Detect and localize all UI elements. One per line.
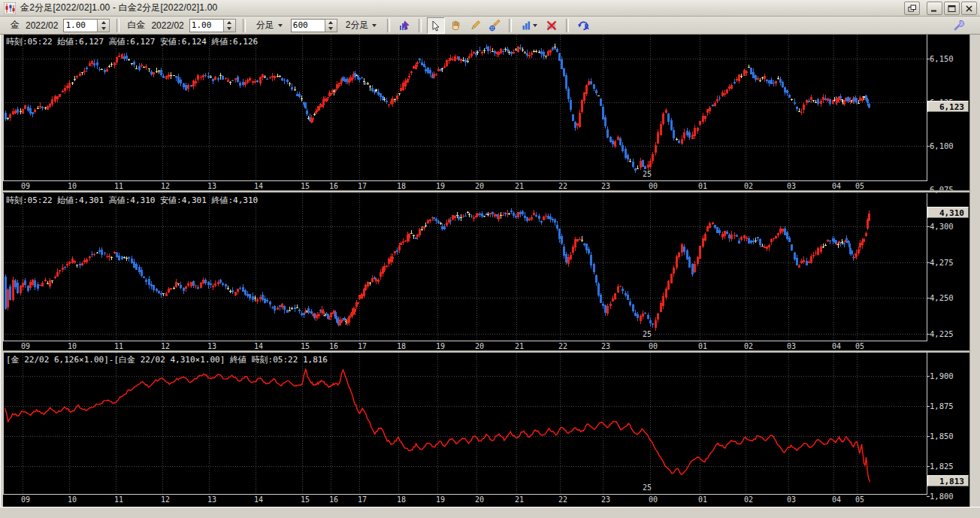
cursor-arrow-icon: [430, 20, 442, 32]
bar-count-input[interactable]: [291, 19, 325, 32]
pan-tool-button[interactable]: [446, 17, 464, 34]
minimize-icon: [930, 5, 939, 13]
pencil-crosshair-icon: [488, 20, 501, 32]
toolbar-separator: [243, 19, 246, 32]
candlestick-app-icon: [4, 2, 16, 14]
chart-window: 時刻:05:22 始値:6,127 高値:6,127 安値:6,124 終値:6…: [0, 0, 980, 518]
spin-up-button[interactable]: [98, 20, 109, 26]
interval-dropdown[interactable]: 分足: [253, 17, 286, 33]
cascade-windows-button[interactable]: [904, 2, 920, 15]
toolbar-separator: [419, 19, 422, 32]
plot-frames: [3, 35, 930, 497]
window-border-right[interactable]: [969, 35, 980, 507]
toolbar-separator: [116, 19, 119, 32]
panel-separator: [3, 190, 969, 192]
charts-canvas[interactable]: [0, 0, 980, 518]
toolbar-separator: [509, 19, 512, 32]
spin-down-button[interactable]: [98, 26, 109, 32]
spin-down-button[interactable]: [224, 26, 235, 32]
platinum-ratio-spinner: [189, 19, 236, 32]
spin-up-button[interactable]: [224, 20, 235, 26]
toolbar-separator: [566, 19, 569, 32]
gold-candles: [5, 44, 870, 173]
minimize-button[interactable]: [927, 2, 942, 15]
chevron-down-icon: [533, 24, 537, 27]
window-border-bottom: [0, 507, 980, 518]
close-icon: [965, 5, 973, 13]
toolbar: 金 2022/02 白金 2022/02 分足 2分足: [0, 17, 980, 35]
select-tool-button[interactable]: [427, 17, 445, 34]
maximize-icon: [948, 5, 956, 13]
draw-snap-tool-button[interactable]: [485, 17, 504, 34]
window-title: 金2分足[2022/02]1.00 - 白金2分足[2022/02]1.00: [20, 2, 217, 14]
platinum-label: 白金: [127, 19, 145, 32]
spread-line: [5, 369, 870, 481]
maximize-button[interactable]: [944, 2, 960, 15]
cascade-icon: [908, 5, 917, 13]
bar-chart-icon: [521, 20, 533, 32]
chevron-down-icon: [278, 24, 283, 27]
chevron-down-icon: [372, 24, 377, 27]
platinum-month-label: 2022/02: [151, 20, 183, 31]
settings-wrench-button[interactable]: [953, 19, 966, 35]
chart-type-dropdown-button[interactable]: [517, 17, 541, 34]
gold-month-label: 2022/02: [26, 20, 58, 31]
pencil-icon: [469, 20, 481, 32]
delete-drawings-button[interactable]: [543, 17, 561, 34]
draw-tool-button[interactable]: [466, 17, 484, 34]
title-bar[interactable]: 金2分足[2022/02]1.00 - 白金2分足[2022/02]1.00: [0, 0, 980, 17]
chart-cursor-icon: [398, 20, 410, 32]
delete-x-icon: [546, 20, 558, 32]
wrench-icon: [953, 19, 966, 32]
timeframe-dropdown[interactable]: 2分足: [343, 17, 380, 33]
spin-down-button[interactable]: [325, 26, 337, 32]
platinum-ratio-input[interactable]: [189, 19, 223, 32]
gold-label: 金: [11, 19, 20, 32]
refresh-icon: R: [577, 20, 590, 32]
svg-text:R: R: [584, 24, 588, 31]
refresh-button[interactable]: R: [574, 17, 592, 34]
close-button[interactable]: [961, 2, 977, 15]
gridlines: [3, 35, 927, 494]
gold-ratio-spinner: [63, 19, 110, 32]
window-border-left: [0, 35, 3, 507]
chart-cursor-tool-button[interactable]: [395, 17, 413, 34]
bar-count-spinner: [291, 19, 337, 32]
panel-separator: [3, 350, 969, 353]
hand-icon: [449, 20, 461, 32]
gold-ratio-input[interactable]: [63, 19, 97, 32]
toolbar-separator: [387, 19, 390, 32]
spin-up-button[interactable]: [325, 20, 337, 26]
